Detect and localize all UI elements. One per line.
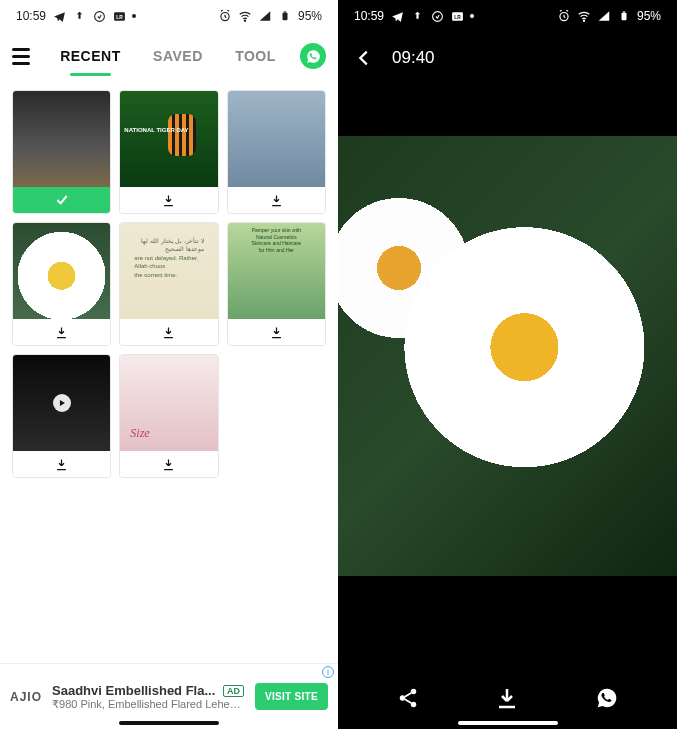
ad-subtitle: ₹980 Pink, Embellished Flared Lehenga Ch… <box>52 698 245 711</box>
status-time: 10:59 <box>354 9 384 23</box>
status-bar: 10:59 LR 95% <box>0 0 338 32</box>
status-battery: 95% <box>298 9 322 23</box>
back-button[interactable] <box>352 46 376 70</box>
whatsapp-button[interactable] <box>300 43 326 69</box>
notification-dot-icon <box>132 14 136 18</box>
signal-icon <box>258 9 272 23</box>
thumb-text: Pamper your skin with Natural Cosmetics … <box>232 227 321 253</box>
tabs: RECENT SAVED TOOL <box>44 42 292 70</box>
thumbnail[interactable]: NATIONAL TIGER DAY <box>120 91 217 187</box>
whatsapp-share-button[interactable] <box>591 682 623 714</box>
image-viewer[interactable] <box>338 84 677 667</box>
thumbnail[interactable]: Pamper your skin with Natural Cosmetics … <box>228 223 325 319</box>
viewer-image <box>338 136 677 576</box>
svg-point-11 <box>583 20 584 21</box>
svg-point-7 <box>432 11 442 21</box>
thumbnail[interactable]: لا تتأخر، بل يختار الله لها موعدها الصحي… <box>120 223 217 319</box>
download-icon <box>161 192 177 208</box>
ad-logo: AJIO <box>10 690 42 704</box>
share-button[interactable] <box>392 682 424 714</box>
download-icon <box>54 456 70 472</box>
grid-item[interactable] <box>227 90 326 214</box>
download-icon <box>161 324 177 340</box>
alarm-icon <box>557 9 571 23</box>
grid-item[interactable]: Size <box>119 354 218 478</box>
thumb-text: Size <box>130 426 149 441</box>
alarm-icon <box>218 9 232 23</box>
grid-item[interactable] <box>12 90 111 214</box>
grid-item[interactable]: Pamper your skin with Natural Cosmetics … <box>227 222 326 346</box>
svg-point-4 <box>244 20 245 21</box>
app-header: RECENT SAVED TOOL <box>0 32 338 80</box>
thumbnail[interactable] <box>13 91 110 187</box>
viewer-actions <box>338 667 677 729</box>
signal-icon <box>597 9 611 23</box>
svg-rect-5 <box>282 13 287 21</box>
viewer-header: 09:40 <box>338 32 677 84</box>
menu-button[interactable] <box>12 44 36 68</box>
viewer-title: 09:40 <box>392 48 435 68</box>
thumb-text-ar: لا تتأخر، بل يختار الله لها موعدها الصحي… <box>134 237 203 254</box>
notification-dot-icon <box>470 14 474 18</box>
home-indicator[interactable] <box>119 721 219 725</box>
download-button[interactable] <box>13 319 110 345</box>
download-icon <box>161 456 177 472</box>
svg-point-0 <box>94 11 104 21</box>
svg-rect-6 <box>284 11 287 12</box>
thumbnail[interactable]: Size <box>120 355 217 451</box>
wifi-icon <box>238 9 252 23</box>
status-grid: NATIONAL TIGER DAY لا تتأخر، بل يختار ال… <box>0 80 338 663</box>
download-icon <box>54 324 70 340</box>
ad-title: Saadhvi Embellished Fla... <box>52 683 215 698</box>
grid-item[interactable] <box>12 222 111 346</box>
lr-badge-icon: LR <box>112 9 126 23</box>
svg-text:LR: LR <box>116 14 123 19</box>
circle-arrow-icon <box>92 9 106 23</box>
download-button[interactable] <box>228 187 325 213</box>
battery-icon <box>278 9 292 23</box>
selected-indicator[interactable] <box>13 187 110 213</box>
ad-badge: AD <box>223 685 244 697</box>
download-button[interactable] <box>120 319 217 345</box>
upload-icon <box>410 9 424 23</box>
battery-icon <box>617 9 631 23</box>
telegram-icon <box>52 9 66 23</box>
svg-point-15 <box>400 695 406 701</box>
svg-rect-13 <box>623 11 626 12</box>
thumb-caption: NATIONAL TIGER DAY <box>124 127 188 133</box>
phone-left: 10:59 LR 95% RECENT SAVED TOOL <box>0 0 338 729</box>
home-indicator[interactable] <box>458 721 558 725</box>
download-button[interactable] <box>228 319 325 345</box>
status-bar: 10:59 LR 95% <box>338 0 677 32</box>
download-button[interactable] <box>120 187 217 213</box>
ad-cta-button[interactable]: VISIT SITE <box>255 683 328 710</box>
download-button[interactable] <box>13 451 110 477</box>
tab-recent[interactable]: RECENT <box>56 42 125 70</box>
ad-banner[interactable]: i AJIO Saadhvi Embellished Fla... AD ₹98… <box>0 663 338 729</box>
phone-right: 10:59 LR 95% 09:40 <box>338 0 677 729</box>
svg-rect-12 <box>621 13 626 21</box>
telegram-icon <box>390 9 404 23</box>
wifi-icon <box>577 9 591 23</box>
status-battery: 95% <box>637 9 661 23</box>
grid-item[interactable] <box>12 354 111 478</box>
svg-point-14 <box>411 689 417 695</box>
grid-item[interactable]: لا تتأخر، بل يختار الله لها موعدها الصحي… <box>119 222 218 346</box>
download-icon <box>268 324 284 340</box>
tab-saved[interactable]: SAVED <box>149 42 207 70</box>
thumbnail[interactable] <box>13 355 110 451</box>
thumbnail[interactable] <box>13 223 110 319</box>
tab-tool[interactable]: TOOL <box>231 42 280 70</box>
status-time: 10:59 <box>16 9 46 23</box>
download-button[interactable] <box>491 682 523 714</box>
svg-point-16 <box>411 702 417 708</box>
thumb-text: are not delayed. Rather, Allah choos the… <box>134 254 203 279</box>
svg-text:LR: LR <box>454 14 461 19</box>
circle-arrow-icon <box>430 9 444 23</box>
thumbnail[interactable] <box>228 91 325 187</box>
ad-info-icon[interactable]: i <box>322 666 334 678</box>
download-icon <box>268 192 284 208</box>
download-button[interactable] <box>120 451 217 477</box>
grid-item[interactable]: NATIONAL TIGER DAY <box>119 90 218 214</box>
lr-badge-icon: LR <box>450 9 464 23</box>
